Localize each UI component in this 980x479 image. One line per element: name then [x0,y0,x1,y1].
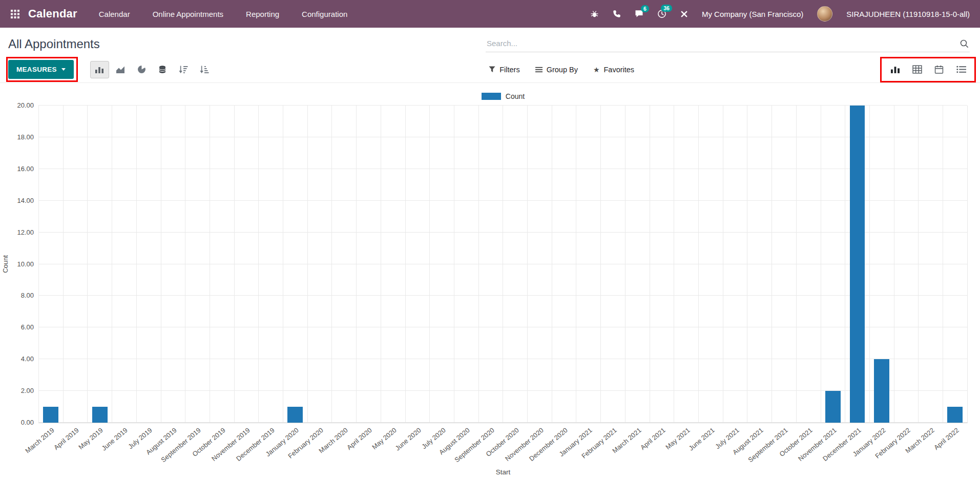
plot-area: 0.002.004.006.008.0010.0012.0014.0016.00… [38,106,968,423]
bar[interactable] [825,391,841,423]
bar[interactable] [92,407,108,423]
app-name: Calendar [28,7,77,20]
chart-column [821,106,845,423]
y-axis-tick: 10.00 [17,260,34,268]
x-axis-tick: May 2019 [77,426,105,451]
chart-column [405,106,430,423]
menu-reporting[interactable]: Reporting [246,10,279,18]
y-axis-tick: 8.00 [21,291,34,300]
legend-swatch [482,93,501,100]
chart-column [454,106,478,423]
view-list-icon[interactable] [952,61,970,78]
sort-desc-icon[interactable] [174,61,193,78]
line-chart-mode-icon[interactable] [111,61,130,78]
chart-column [307,106,332,423]
group-by-label: Group By [547,66,578,74]
bars-container [38,106,967,423]
activities-clock-icon[interactable]: 36 [657,9,666,18]
apps-menu-icon[interactable] [7,6,23,22]
user-menu[interactable]: SIRAJUDHEEN (11910918-15-0-all) [846,10,970,18]
x-axis-tick: April 2019 [52,426,80,451]
menu-online-appointments[interactable]: Online Appointments [153,10,223,18]
favorites-button[interactable]: ★ Favorites [593,66,634,74]
x-axis-tick: June 2021 [687,426,716,452]
measures-button[interactable]: MEASURES [8,60,74,79]
tools-icon[interactable] [680,10,688,18]
chart-column [234,106,259,423]
chart-column [503,106,527,423]
x-axis-tick: March 2019 [24,426,55,455]
y-axis-tick: 20.00 [17,101,34,110]
chart-column [185,106,210,423]
y-axis-tick: 0.00 [21,419,34,427]
messages-icon[interactable]: 6 [635,10,643,18]
chart-column [869,106,894,423]
x-axis-tick: April 2020 [346,426,373,451]
chart-column [650,106,674,423]
x-axis-tick: May 2021 [664,426,691,451]
breadcrumb-row: All Appointments [0,28,980,56]
bug-icon[interactable] [590,10,599,18]
bar[interactable] [43,407,58,423]
caret-down-icon [61,68,66,71]
menu-configuration[interactable]: Configuration [302,10,347,18]
bar[interactable] [874,359,889,423]
chart-column [112,106,136,423]
chart-column [723,106,747,423]
chart-column [429,106,454,423]
app-menus: Calendar Online Appointments Reporting C… [99,10,348,18]
filter-funnel-icon [489,66,495,73]
x-axis-title: Start [38,468,968,476]
bar[interactable] [850,106,865,423]
chart-column [600,106,625,423]
y-axis-tick: 2.00 [21,387,34,395]
group-by-button[interactable]: Group By [535,66,578,74]
chart-column [258,106,283,423]
chart-column [478,106,503,423]
view-graph-icon[interactable] [886,61,904,78]
measures-label: MEASURES [16,66,57,73]
filters-label: Filters [499,66,519,74]
messages-badge: 6 [641,5,649,12]
chart-column [796,106,821,423]
company-switcher[interactable]: My Company (San Francisco) [702,10,803,18]
chart-column [63,106,88,423]
page-title: All Appointments [8,37,100,51]
control-panel: MEASURES Filters Group By [0,56,980,83]
bar[interactable] [287,407,303,423]
chart-column [772,106,796,423]
menu-calendar[interactable]: Calendar [99,10,130,18]
chart-column [527,106,552,423]
chart-column [674,106,698,423]
search-icon[interactable] [958,39,970,48]
filters-button[interactable]: Filters [489,66,519,74]
search-bar [486,38,970,52]
legend-label: Count [506,92,525,100]
bar-chart-mode-icon[interactable] [90,61,109,78]
x-axis-tick: June 2019 [100,426,129,452]
y-axis-tick: 6.00 [21,323,34,331]
y-axis-tick: 18.00 [17,133,34,141]
chart-column [625,106,650,423]
x-axis-tick: May 2020 [370,426,398,451]
chart-column [381,106,405,423]
activities-badge: 36 [661,5,672,12]
bar[interactable] [947,407,963,423]
chart-column [747,106,772,423]
chart-column [356,106,381,423]
view-calendar-icon[interactable] [930,61,948,78]
phone-icon[interactable] [613,10,621,18]
avatar[interactable] [817,6,832,22]
favorites-label: Favorites [603,66,634,74]
legend-count[interactable]: Count [38,91,968,101]
pie-chart-mode-icon[interactable] [132,61,151,78]
chart-column [161,106,185,423]
chart-column [38,106,63,423]
view-pivot-icon[interactable] [908,61,926,78]
x-axis-ticks: March 2019April 2019May 2019June 2019Jul… [38,423,968,468]
views-annotation-wrap [886,61,970,78]
chart-column [943,106,967,423]
sort-asc-icon[interactable] [195,61,214,78]
search-input[interactable] [486,38,958,48]
stacked-database-icon[interactable] [153,61,172,78]
